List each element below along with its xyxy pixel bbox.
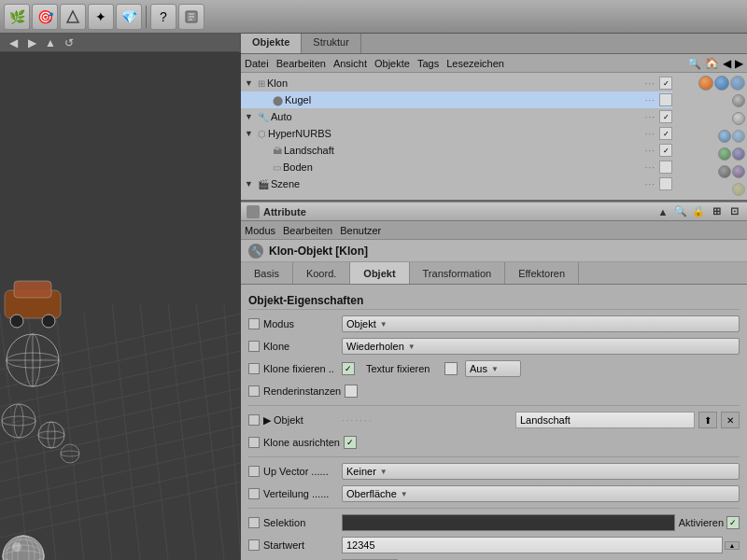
dropdown-verteilung[interactable]: Oberfläche ▼ [342,485,740,502]
dots-auto: ··· [645,112,655,122]
boden-icon-2 [732,165,745,178]
tree-row-auto[interactable]: ▼ 🔧 Auto ··· ✓ [241,108,672,125]
toolbar-btn-help[interactable]: ? [150,4,176,30]
attr-hdr-arrow[interactable]: ▲ [655,204,670,219]
check-renderinstanzen[interactable] [345,385,358,398]
checkbox-renderinstanzen[interactable] [248,385,260,397]
tab-effektoren[interactable]: Effektoren [505,262,579,284]
input-startwert[interactable] [342,537,723,553]
toolbar-btn-5[interactable]: 💎 [116,4,142,30]
expand-szene[interactable]: ▼ [245,179,258,189]
viewport: ◀ ▶ ▲ ↺ [0,34,241,560]
btn-startwert-up[interactable]: ▲ [725,541,740,550]
obj-menu-bearbeiten[interactable]: Bearbeiten [276,58,326,69]
obj-home-icon[interactable]: 🏠 [705,57,719,70]
label-klone: Klone [263,341,338,352]
checkbox-klone[interactable] [248,341,260,352]
toolbar-btn-2[interactable]: 🎯 [32,4,58,30]
btn-objekt-link[interactable]: ⬆ [698,412,717,428]
checkbox-objekt[interactable] [248,414,260,426]
vp-nav-right[interactable]: ▶ [24,35,39,50]
checkbox-up-vector[interactable] [248,466,260,477]
tab-basis[interactable]: Basis [241,262,293,284]
attr-sep-1 [248,405,740,406]
attr-row-renderinstanzen: Renderinstanzen [248,381,740,401]
toolbar-btn-3[interactable] [60,4,86,30]
kugel-icons [674,92,745,108]
obj-menu-ansicht[interactable]: Ansicht [333,58,367,69]
expand-auto[interactable]: ▼ [245,112,258,121]
attr-row-objekt: ▶ Objekt ······· Landschaft ⬆ ✕ [248,410,740,430]
tree-row-klon[interactable]: ▼ ⊞ Klon ··· ✓ [241,75,672,91]
tree-row-szene[interactable]: ▼ 🎬 Szene ··· [241,175,672,192]
btn-objekt-clear[interactable]: ✕ [721,412,740,428]
attr-hdr-grid1[interactable]: ⊞ [709,204,724,219]
attr-hdr-grid2[interactable]: ⊡ [726,204,741,219]
obj-menu-datei[interactable]: Datei [245,58,269,69]
attr-content: Objekt-Eigenschaften Modus Objekt ▼ [241,285,747,560]
toolbar-btn-4[interactable]: ✦ [88,4,114,30]
checkbox-selektion[interactable] [248,517,260,528]
kugel-icon-1 [732,94,745,107]
obj-menu-tags[interactable]: Tags [417,58,439,69]
check-klone-fixieren[interactable]: ✓ [342,362,355,375]
dropdown-klone[interactable]: Wiederholen ▼ [342,338,740,355]
check-hypernurbs[interactable]: ✓ [659,127,672,140]
dots-klon: ··· [645,78,655,89]
tree-row-hypernurbs[interactable]: ▼ ⬡ HyperNURBS ··· ✓ [241,125,672,142]
tree-row-landschaft[interactable]: ▶ 🏔 Landschaft ··· ✓ [241,142,672,159]
obj-back-icon[interactable]: ◀ [723,57,731,70]
tab-objekt[interactable]: Objekt [350,262,409,284]
dropdown-modus[interactable]: Objekt ▼ [342,315,740,332]
attr-menu-benutzer[interactable]: Benutzer [340,225,381,236]
attr-menu-bearbeiten[interactable]: Bearbeiten [283,225,332,236]
vp-nav-left[interactable]: ◀ [6,35,21,50]
check-kugel[interactable] [659,93,672,106]
field-selektion[interactable] [342,514,675,531]
attr-hdr-lock[interactable]: 🔒 [691,204,706,219]
dropdown-up-vector[interactable]: Keiner ▼ [342,463,740,480]
obj-search-icon[interactable]: 🔍 [687,57,701,70]
check-klone-ausrichten[interactable]: ✓ [344,436,357,449]
attr-sep-3 [248,508,740,509]
expand-klon[interactable]: ▼ [245,78,258,88]
checkbox-startwert[interactable] [248,539,260,551]
aktivieren-group: Aktivieren ✓ [679,516,740,529]
checkbox-klone-fixieren[interactable] [248,363,260,374]
vp-nav-rotate[interactable]: ↺ [62,35,77,50]
obj-menu-lesezeichen[interactable]: Lesezeichen [446,58,504,69]
attr-hdr-search[interactable]: 🔍 [673,204,688,219]
checkbox-verteilung[interactable] [248,488,260,499]
vp-nav-up[interactable]: ▲ [43,35,58,50]
label-textur-fixieren: Textur fixieren [366,363,441,374]
check-landschaft[interactable]: ✓ [659,144,672,157]
dropdown-textur-fixieren[interactable]: Aus ▼ [465,360,521,377]
check-boden[interactable] [659,161,672,174]
tree-row-kugel[interactable]: ▶ ⬤ Kugel ··· [241,91,672,108]
dropdown-textur-arrow: ▼ [491,365,499,373]
objekt-value-text: Landschaft [520,414,571,426]
dropdown-modus-arrow: ▼ [380,320,388,329]
tree-row-boden[interactable]: ▶ ▭ Boden ··· [241,159,672,175]
main-layout: ◀ ▶ ▲ ↺ [0,34,747,560]
check-aktivieren[interactable]: ✓ [726,516,740,529]
tab-objekte[interactable]: Objekte [241,34,302,53]
check-auto[interactable]: ✓ [659,110,672,123]
tab-koord[interactable]: Koord. [293,262,350,284]
toolbar-btn-1[interactable]: 🌿 [4,4,30,30]
check-klon[interactable]: ✓ [659,77,672,90]
checkbox-klone-ausrichten[interactable] [248,437,260,448]
expand-hypernurbs[interactable]: ▼ [245,129,258,138]
obj-forward-icon[interactable]: ▶ [735,57,743,70]
objects-tree: ▼ ⊞ Klon ··· ✓ ▶ ⬤ Kugel ··· [241,73,672,200]
obj-menu-objekte[interactable]: Objekte [374,58,410,69]
check-szene[interactable] [659,177,672,190]
tab-struktur[interactable]: Struktur [302,34,361,53]
checkbox-modus[interactable] [248,318,260,329]
attr-menu-modus[interactable]: Modus [245,225,275,236]
tab-transformation[interactable]: Transformation [410,262,506,284]
label-renderinstanzen: Renderinstanzen [263,385,341,397]
check-textur-fixieren[interactable] [444,362,458,375]
toolbar-btn-calc[interactable] [178,4,204,30]
boden-icon-1 [718,165,731,178]
